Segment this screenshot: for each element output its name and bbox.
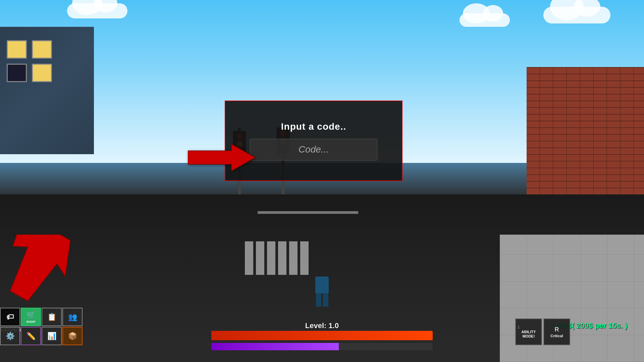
ability-1-line1: ABILITY (522, 330, 536, 334)
code-dialog-title: Input a code.. (281, 121, 346, 132)
window (7, 40, 27, 59)
cloud-3 (67, 3, 127, 18)
cloud-2 (460, 13, 510, 27)
crosswalk (245, 241, 309, 275)
window (32, 40, 52, 59)
player-leg-left (316, 293, 321, 307)
ability-1-line2: MODE! (522, 334, 536, 339)
road-marking (258, 211, 358, 214)
player-legs (312, 293, 332, 307)
ability-slot-2[interactable]: R Critical (543, 318, 570, 345)
building-left (0, 27, 94, 154)
ability-buttons: 1 ABILITY MODE! R Critical (515, 318, 570, 345)
player-character (312, 277, 332, 310)
ability-2-label: Critical (550, 334, 563, 338)
svg-marker-0 (188, 144, 255, 171)
player-leg-right (323, 293, 328, 307)
ability-1-number: 1 (516, 325, 520, 329)
ability-1-text: ABILITY MODE! (522, 330, 536, 339)
cloud-1 (543, 7, 610, 23)
ability-2-key: R (555, 326, 559, 333)
code-input-field[interactable]: Code... (250, 139, 377, 161)
player-body (315, 277, 329, 293)
svg-marker-1 (3, 235, 70, 308)
ability-slot-1[interactable]: 1 ABILITY MODE! (515, 318, 542, 345)
window (7, 64, 27, 82)
building-windows (7, 40, 52, 82)
window (32, 64, 52, 82)
game-world (0, 0, 644, 362)
arrow-bottom-left-icon (3, 235, 70, 308)
arrow-right-icon (188, 144, 255, 171)
